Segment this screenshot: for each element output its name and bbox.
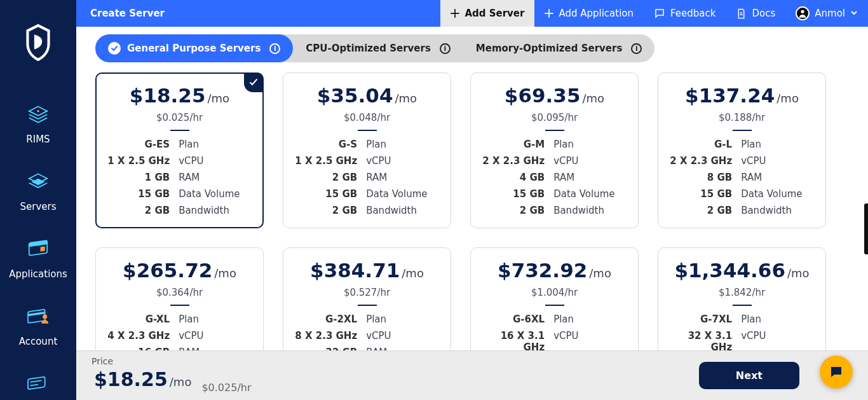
sidebar: RIMSServersApplicationsAccount — [0, 0, 76, 400]
nav-label: Account — [19, 336, 58, 347]
plan-label: Plan — [553, 139, 633, 150]
info-icon: i — [631, 43, 642, 54]
plan-card-G-M[interactable]: $69.35/mo$0.095/hrG-MPlan2 X 2.3 GHzvCPU… — [470, 72, 639, 228]
sidebar-item-applications[interactable]: Applications — [9, 230, 67, 298]
plan-card-G-ES[interactable]: $18.25/mo$0.025/hrG-ESPlan1 X 2.5 GHzvCP… — [95, 72, 264, 228]
per-month: /mo — [776, 93, 799, 104]
plan-card-G-L[interactable]: $137.24/mo$0.188/hrG-LPlan2 X 2.3 GHzvCP… — [658, 72, 826, 228]
data-label: Data Volume — [741, 188, 820, 200]
svg-point-8 — [801, 10, 804, 13]
per-month: /mo — [208, 93, 230, 104]
scrollbar-thumb[interactable] — [864, 203, 868, 254]
price-value: $69.35 — [505, 86, 581, 106]
plan-value: G-2XL — [295, 314, 360, 325]
selected-check-icon — [244, 73, 263, 92]
topbar: Create Server Add Server Add Application… — [76, 0, 868, 27]
plan-card-G-S[interactable]: $35.04/mo$0.048/hrG-SPlan1 X 2.5 GHzvCPU… — [283, 72, 451, 228]
specs: G-SPlan1 X 2.5 GHzvCPU2 GBRAM15 GBData V… — [295, 139, 439, 216]
nav-label: Servers — [20, 201, 56, 212]
sidebar-item-rims[interactable]: RIMS — [9, 95, 67, 163]
card-hourly: $1.842/hr — [670, 287, 814, 298]
bw-label: Bandwidth — [553, 205, 633, 216]
card-hourly: $0.364/hr — [107, 287, 252, 298]
docs-button[interactable]: Docs — [726, 0, 785, 27]
info-icon: i — [269, 43, 280, 54]
specs: G-MPlan2 X 2.3 GHzvCPU4 GBRAM15 GBData V… — [482, 139, 627, 216]
cpu-value: 1 X 2.5 GHz — [295, 155, 360, 167]
sidebar-item-partial[interactable] — [9, 365, 67, 397]
data-value: 15 GB — [670, 188, 735, 200]
tab-label: Memory-Optimized Servers — [476, 43, 623, 54]
chat-fab[interactable] — [820, 355, 853, 389]
bw-value: 2 GB — [295, 205, 360, 216]
user-menu[interactable]: Anmol — [785, 0, 868, 27]
price-value: $137.24 — [685, 86, 775, 106]
plus-icon — [451, 9, 459, 18]
nav-icon — [24, 239, 52, 262]
card-price: $18.25/mo — [130, 86, 229, 106]
next-button-label: Next — [736, 369, 763, 382]
footer-price-value: $18.25 — [94, 368, 168, 390]
ram-value: 2 GB — [295, 172, 360, 183]
doc-icon — [736, 8, 747, 19]
chevron-down-icon — [850, 8, 858, 19]
card-hourly: $0.188/hr — [670, 112, 814, 123]
cpu-value: 2 X 2.3 GHz — [482, 155, 547, 167]
per-month: /mo — [787, 268, 810, 279]
tab-2[interactable]: Memory-Optimized Serversi — [463, 34, 655, 62]
plan-value: G-L — [670, 139, 735, 150]
tab-label: General Purpose Servers — [127, 43, 261, 54]
nav-icon — [24, 104, 52, 127]
bw-label: Bandwidth — [741, 205, 820, 216]
logo[interactable] — [25, 24, 51, 64]
nav-icon — [24, 172, 52, 195]
plan-label: Plan — [366, 314, 445, 325]
plan-value: G-ES — [107, 139, 172, 150]
ram-value: 4 GB — [482, 172, 547, 183]
divider — [358, 305, 377, 306]
ram-label: RAM — [741, 172, 820, 183]
chat-icon — [654, 8, 665, 19]
cpu-label: vCPU — [741, 155, 820, 167]
footer-price-label: Price — [92, 356, 113, 366]
page-title: Create Server — [76, 8, 165, 19]
bw-value: 2 GB — [107, 205, 172, 216]
per-month: /mo — [583, 93, 605, 104]
bw-value: 2 GB — [670, 205, 735, 216]
tab-0[interactable]: General Purpose Serversi — [95, 34, 293, 62]
per-month: /mo — [402, 268, 424, 279]
sidebar-item-servers[interactable]: Servers — [9, 163, 67, 230]
feedback-button[interactable]: Feedback — [644, 0, 726, 27]
ram-value: 8 GB — [670, 172, 735, 183]
footer-hourly: $0.025/hr — [201, 382, 251, 394]
per-month: /mo — [589, 268, 611, 279]
ram-label: RAM — [366, 172, 445, 183]
add-application-button[interactable]: Add Application — [534, 0, 644, 27]
plan-label: Plan — [179, 139, 258, 150]
next-button[interactable]: Next — [699, 362, 799, 389]
docs-label: Docs — [752, 8, 775, 19]
plan-value: G-S — [295, 139, 360, 150]
plan-label: Plan — [553, 314, 633, 325]
cpu-label: vCPU — [366, 330, 445, 341]
svg-rect-5 — [28, 312, 45, 316]
sidebar-item-account[interactable]: Account — [9, 298, 67, 365]
divider — [545, 305, 564, 306]
cpu-value: 8 X 2.3 GHz — [295, 330, 360, 341]
divider — [170, 305, 189, 306]
ram-value: 1 GB — [107, 172, 172, 183]
data-value: 15 GB — [482, 188, 547, 200]
card-price: $265.72/mo — [123, 261, 236, 280]
price-value: $18.25 — [130, 86, 206, 106]
data-value: 15 GB — [295, 188, 360, 200]
tab-1[interactable]: CPU-Optimized Serversi — [293, 34, 463, 62]
plan-value: G-XL — [107, 314, 172, 325]
data-label: Data Volume — [366, 188, 445, 200]
svg-rect-7 — [28, 376, 45, 389]
per-month: /mo — [395, 93, 417, 104]
nav-icon — [24, 307, 52, 329]
cpu-label: vCPU — [553, 330, 633, 353]
ram-label: RAM — [553, 172, 633, 183]
add-server-button[interactable]: Add Server — [440, 0, 534, 27]
tab-label: CPU-Optimized Servers — [306, 43, 431, 54]
